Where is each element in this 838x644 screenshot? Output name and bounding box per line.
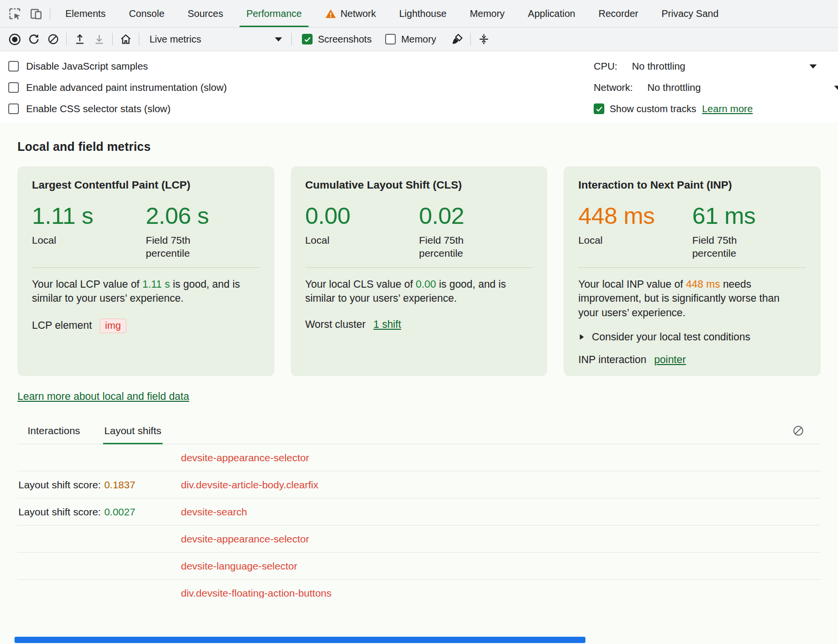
tab-sources[interactable]: Sources <box>176 0 235 27</box>
tab-recorder[interactable]: Recorder <box>587 0 650 27</box>
inp-interaction-link[interactable]: pointer <box>654 354 686 366</box>
tab-label: Sources <box>188 8 223 19</box>
inp-field-label: Field 75th percentile <box>692 234 756 260</box>
custom-tracks-learn-more-link[interactable]: Learn more <box>702 103 753 115</box>
network-throttling-select[interactable]: No throttling <box>647 82 701 93</box>
metric-cards: Largest Contentful Paint (LCP) 1.11 s Lo… <box>17 166 821 376</box>
check-icon <box>595 105 603 113</box>
cls-card-title: Cumulative Layout Shift (CLS) <box>305 179 533 191</box>
inp-description: Your local INP value of 448 ms needs imp… <box>578 278 790 321</box>
tab-lighthouse[interactable]: Lighthouse <box>388 0 458 27</box>
shift-element-link[interactable]: devsite-appearance-selector <box>181 533 309 545</box>
tab-label: Lighthouse <box>399 8 447 19</box>
chevron-down-icon[interactable] <box>809 64 817 69</box>
tab-application[interactable]: Application <box>516 0 587 27</box>
record-icon <box>8 33 21 46</box>
cls-field-label: Field 75th percentile <box>419 234 483 260</box>
tab-label: Recorder <box>599 8 638 19</box>
layout-shift-row[interactable]: devsite-language-selector <box>17 553 821 580</box>
shift-element-link[interactable]: devsite-language-selector <box>181 560 297 572</box>
clear-recording-button[interactable] <box>44 30 63 48</box>
cls-worst-cluster-row: Worst cluster 1 shift <box>305 319 533 331</box>
collapse-tracks-button[interactable] <box>474 30 494 48</box>
record-button[interactable] <box>5 30 24 48</box>
cls-card: Cumulative Layout Shift (CLS) 0.00 Local… <box>291 166 548 376</box>
advanced-paint-label: Enable advanced paint instrumentation (s… <box>26 82 227 93</box>
layout-shift-row[interactable]: Layout shift score:0.0027 devsite-search <box>17 498 821 526</box>
lcp-element-link[interactable]: img <box>100 319 126 333</box>
cpu-throttling-select[interactable]: No throttling <box>632 60 686 72</box>
checkbox-unchecked-icon[interactable] <box>8 103 19 114</box>
layout-shift-row[interactable]: Layout shift score:0.1837 div.devsite-ar… <box>17 471 821 498</box>
tab-elements[interactable]: Elements <box>54 0 117 27</box>
lcp-field-label: Field 75th percentile <box>146 234 210 260</box>
tab-memory[interactable]: Memory <box>458 0 516 27</box>
tab-privacy-sandbox[interactable]: Privacy Sand <box>650 0 730 27</box>
cls-inline-value: 0.00 <box>416 278 436 290</box>
checkbox-unchecked-icon[interactable] <box>8 61 19 72</box>
checkbox-unchecked-icon[interactable] <box>8 82 19 93</box>
local-field-data-learn-more-link[interactable]: Learn more about local and field data <box>17 391 189 403</box>
tab-network[interactable]: Network <box>314 0 388 27</box>
css-selector-stats-row[interactable]: Enable CSS selector stats (slow) <box>8 98 227 119</box>
chevron-down-icon <box>275 37 282 42</box>
lcp-local-value: 1.11 s <box>32 202 146 229</box>
shift-score-cell: Layout shift score:0.1837 <box>18 479 181 491</box>
shift-element-link[interactable]: devsite-search <box>181 506 247 518</box>
checkbox-checked-icon[interactable] <box>594 103 604 114</box>
disable-js-samples-row[interactable]: Disable JavaScript samples <box>8 56 227 77</box>
tab-console[interactable]: Console <box>117 0 176 27</box>
load-profile-button[interactable] <box>70 30 90 48</box>
performance-settings: Disable JavaScript samples Enable advanc… <box>0 51 838 122</box>
memory-checkbox-group[interactable]: Memory <box>378 34 443 45</box>
network-label: Network: <box>594 82 633 93</box>
tab-label: Network <box>341 8 376 19</box>
layout-shift-row[interactable]: devsite-appearance-selector <box>17 526 821 553</box>
lcp-description: Your local LCP value of 1.11 s is good, … <box>32 278 244 306</box>
tab-interactions[interactable]: Interactions <box>26 420 82 444</box>
divider <box>291 33 292 45</box>
tab-label: Privacy Sand <box>661 8 718 19</box>
device-toolbar-button[interactable] <box>25 4 46 23</box>
clear-log-button[interactable] <box>789 422 808 439</box>
cls-worst-cluster-link[interactable]: 1 shift <box>374 319 401 331</box>
cls-values: 0.00 Local 0.02 Field 75th percentile <box>305 202 533 260</box>
shift-element-link[interactable]: div.devsite-article-body.clearfix <box>181 479 318 491</box>
live-metrics-view: Local and field metrics Largest Contentf… <box>0 122 838 644</box>
screenshots-checkbox-group[interactable]: Screenshots <box>295 34 378 45</box>
inp-values: 448 ms Local 61 ms Field 75th percentile <box>578 202 806 260</box>
custom-tracks-checkbox-group[interactable]: Show custom tracks <box>594 103 696 115</box>
cls-description: Your local CLS value of 0.00 is good, an… <box>305 278 517 306</box>
layout-shift-row[interactable]: div.devsite-floating-action-buttons <box>17 580 821 598</box>
layout-shift-row[interactable]: devsite-appearance-selector <box>17 444 821 471</box>
selection-highlight-bar <box>15 637 585 643</box>
inp-inline-value: 448 ms <box>686 278 720 290</box>
panel-mode-select[interactable]: Live metrics <box>143 30 288 48</box>
home-button[interactable] <box>116 30 135 48</box>
chevron-down-icon[interactable] <box>834 86 838 90</box>
garbage-collect-button[interactable] <box>448 30 467 48</box>
shift-element-link[interactable]: devsite-appearance-selector <box>181 452 309 464</box>
triangle-right-icon <box>578 334 585 340</box>
shift-element-link[interactable]: div.devsite-floating-action-buttons <box>181 587 331 599</box>
save-profile-button[interactable] <box>90 30 109 48</box>
local-test-conditions-expander[interactable]: Consider your local test conditions <box>578 331 806 343</box>
tab-performance[interactable]: Performance <box>235 0 314 27</box>
download-icon <box>93 33 105 45</box>
inspect-element-button[interactable] <box>4 4 25 23</box>
cpu-label: CPU: <box>594 60 617 72</box>
tab-label: Elements <box>65 8 105 19</box>
memory-label: Memory <box>401 34 436 45</box>
css-selector-stats-label: Enable CSS selector stats (slow) <box>26 103 171 115</box>
checkbox-checked-icon[interactable] <box>302 34 313 44</box>
screenshots-label: Screenshots <box>318 34 372 45</box>
lcp-card-title: Largest Contentful Paint (LCP) <box>32 179 260 191</box>
advanced-paint-row[interactable]: Enable advanced paint instrumentation (s… <box>8 77 227 98</box>
checkbox-unchecked-icon[interactable] <box>385 34 396 44</box>
tab-layout-shifts[interactable]: Layout shifts <box>103 420 163 444</box>
collapse-icon <box>478 33 490 45</box>
tab-label: Console <box>129 8 164 19</box>
divider <box>305 267 533 268</box>
cls-local-label: Local <box>305 234 369 247</box>
reload-and-record-button[interactable] <box>24 30 44 48</box>
